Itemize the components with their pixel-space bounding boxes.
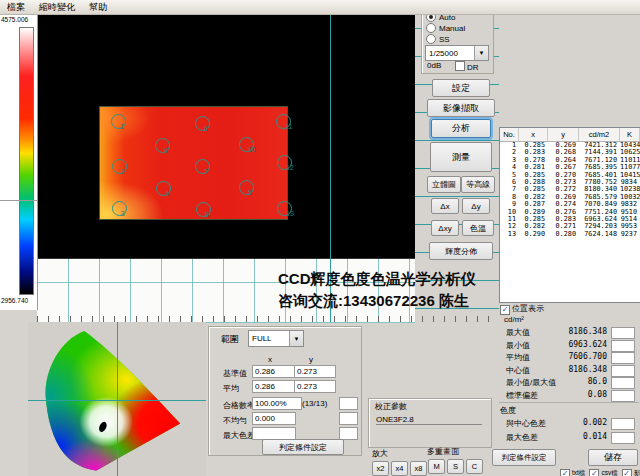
chevron-down-icon[interactable]: ▼ [289, 331, 303, 346]
measure-button[interactable]: 測量 [430, 142, 492, 172]
map3d-button[interactable]: 立體圖 [427, 176, 461, 193]
stat-label: 最大值 [506, 327, 530, 338]
zoom-x8-button[interactable]: x8 [410, 461, 427, 476]
thermal-image[interactable]: 16119102712453813 [100, 107, 287, 219]
separator [499, 402, 639, 403]
color-scale-bar [19, 27, 34, 295]
checkbox-icon[interactable] [622, 469, 632, 476]
multiscreen-m-button[interactable]: M [428, 459, 445, 474]
export-checkbox-csv檔[interactable]: csv檔 [589, 469, 617, 476]
reference-y-field[interactable]: 0.273 [294, 365, 336, 378]
luminance-distribution-button[interactable]: 輝度分佈 [429, 242, 493, 260]
radio-icon[interactable] [426, 34, 436, 44]
export-checkbox-txt檔[interactable]: txt檔 [560, 469, 585, 476]
chroma-indicator-box [611, 418, 635, 430]
measure-point-marker[interactable]: 5 [239, 180, 254, 195]
table-header: No.xycd/m2K [500, 128, 640, 142]
save-button[interactable]: 儲存 [588, 449, 638, 466]
cct-button[interactable]: 色溫 [462, 220, 494, 236]
profile-gridline-vertical [223, 259, 224, 323]
contour-button[interactable]: 等高線 [461, 176, 495, 193]
measure-point-marker[interactable]: 2 [112, 159, 127, 174]
chroma-value: 0.014 [583, 432, 607, 441]
position-checkbox-box[interactable] [500, 305, 510, 315]
stat-value: 86.0 [588, 377, 607, 386]
unit-label: cd/m² [504, 315, 524, 324]
stat-value: 0.08 [588, 390, 607, 399]
app-window: 檔案縮時變化幫助 4575.006 2956.740 1611910271245… [0, 0, 640, 476]
judge-condition-button[interactable]: 判定條件設定 [262, 439, 344, 455]
dr-checkbox[interactable]: DR [455, 61, 479, 72]
measure-point-marker[interactable]: 10 [239, 137, 254, 152]
average-y-field[interactable]: 0.273 [294, 380, 336, 393]
measurement-table-body: 10.2850.2697421.3121043420.2830.2687144.… [500, 142, 640, 238]
stat-label: 平均值 [506, 352, 530, 363]
menu-item[interactable]: 縮時變化 [32, 1, 82, 14]
delta-y-button[interactable]: Δy [462, 198, 490, 214]
stat-value: 8186.348 [568, 365, 607, 374]
multiscreen-c-button[interactable]: C [466, 459, 483, 474]
measurement-table[interactable]: No.xycd/m2K 10.2850.2697421.3121043420.2… [499, 127, 640, 303]
range-dropdown[interactable]: FULL ▼ [248, 330, 304, 347]
settings-button[interactable]: 設定 [432, 79, 490, 97]
multiscreen-s-button[interactable]: S [447, 459, 464, 474]
stat-label: 最小值 [506, 340, 530, 351]
measure-point-marker[interactable]: 6 [195, 116, 210, 131]
table-row[interactable]: 130.2900.2807624.1489237 [500, 231, 640, 238]
zoom-group-label: 放大 [372, 448, 388, 459]
delta-x-button[interactable]: Δx [431, 198, 459, 214]
gain-label: 0dB [427, 61, 441, 70]
table-cell: 5 [500, 172, 519, 179]
menu-bar: 檔案縮時變化幫助 [0, 0, 640, 15]
uniformity-label: 不均勻 [223, 415, 247, 426]
multiscreen-group-label: 多重畫面 [427, 446, 459, 457]
measure-point-number: 7 [204, 168, 208, 175]
profile-gridline-vertical [99, 259, 100, 323]
checkbox-icon[interactable] [589, 469, 599, 476]
measure-point-number: 8 [205, 211, 209, 218]
exposure-radio-manual[interactable]: Manual [426, 23, 493, 33]
delta-xy-button[interactable]: Δxy [431, 220, 459, 236]
menu-item[interactable]: 檔案 [0, 1, 32, 14]
measure-point-marker[interactable]: 9 [155, 138, 170, 153]
checkbox-icon[interactable] [560, 469, 570, 476]
stat-row: 最小值6963.624 [500, 340, 639, 352]
dr-checkbox-box[interactable] [455, 61, 465, 71]
measure-point-marker[interactable]: 8 [196, 202, 211, 217]
chevron-down-icon[interactable]: ▼ [474, 46, 488, 60]
reference-x-field[interactable]: 0.286 [252, 365, 296, 378]
col-x-label: x [268, 355, 272, 364]
export-checkbox-影像檔[interactable]: 影像檔 [622, 469, 640, 476]
analyze-button[interactable]: 分析 [431, 119, 491, 138]
menu-item[interactable]: 幫助 [82, 1, 114, 14]
measure-point-number: 1 [120, 123, 124, 130]
table-cell: 8 [500, 194, 519, 201]
position-display-checkbox[interactable]: 位置表示 [500, 303, 544, 315]
table-cell: 13 [500, 231, 519, 238]
stat-row: 標準偏差0.08 [500, 390, 639, 402]
zoom-x4-button[interactable]: x4 [391, 461, 408, 476]
capture-button[interactable]: 影像擷取 [427, 99, 495, 117]
measure-point-marker[interactable]: 13 [277, 201, 292, 216]
profile-gridline-vertical [68, 259, 69, 323]
table-col-header: y [548, 128, 579, 141]
average-x-field[interactable]: 0.286 [252, 380, 296, 393]
measurement-image-area[interactable]: 16119102712453813 [37, 14, 415, 258]
scale-divider [0, 200, 37, 201]
range-value: FULL [249, 334, 289, 343]
measure-point-marker[interactable]: 3 [112, 201, 127, 216]
measure-point-marker[interactable]: 1 [111, 114, 126, 129]
radio-icon[interactable] [426, 23, 436, 33]
stat-indicator-box [611, 365, 635, 377]
measure-point-marker[interactable]: 12 [277, 155, 292, 170]
chroma-label: 與中心色差 [506, 418, 546, 429]
measure-point-marker[interactable]: 4 [156, 181, 171, 196]
exposure-radio-ss[interactable]: SS [426, 34, 493, 44]
judge-condition-button-2[interactable]: 判定條件設定 [492, 449, 556, 466]
zoom-x2-button[interactable]: x2 [372, 461, 389, 476]
stat-indicator-box [611, 340, 635, 352]
measure-point-marker[interactable]: 7 [195, 159, 210, 174]
measure-point-marker[interactable]: 11 [276, 114, 291, 129]
watermark-line1: CCD辉度色度色温光学分析仪 [278, 268, 476, 290]
shutter-dropdown[interactable]: 1/25000 ▼ [425, 45, 489, 61]
